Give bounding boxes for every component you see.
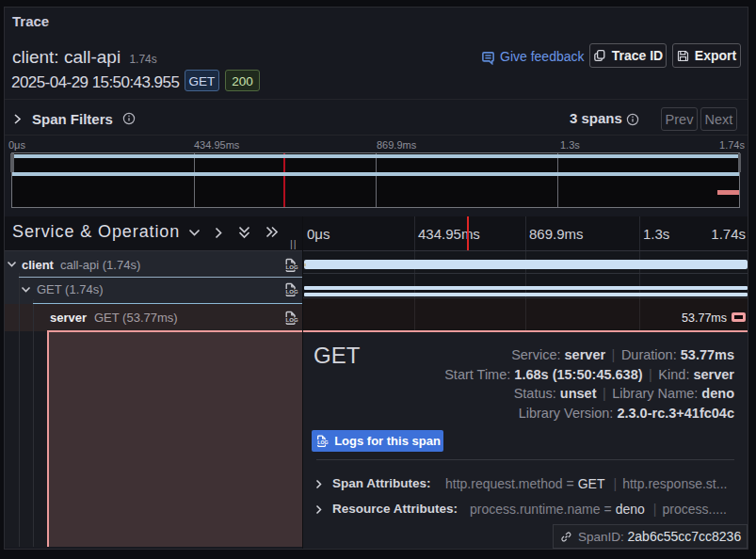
svg-text:LOG: LOG (286, 264, 298, 270)
svg-text:LOG: LOG (317, 439, 328, 445)
svg-text:LOG: LOG (286, 317, 298, 323)
svg-text:LOG: LOG (286, 289, 298, 295)
